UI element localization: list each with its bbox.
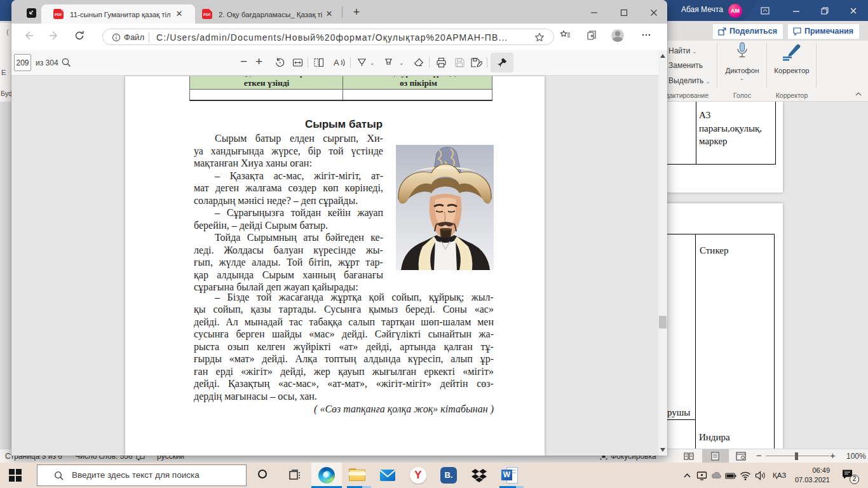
pdf-highlight-dropdown[interactable]: ⌄ <box>399 60 404 66</box>
workspaces-icon[interactable] <box>27 8 36 18</box>
word-minimize-button[interactable] <box>792 6 801 15</box>
ribbon-select[interactable]: Выделить ⌄ <box>668 76 710 85</box>
pdf-body-line: ТойдаСырымныңатыбәйгеденке- <box>194 232 383 245</box>
taskbar-search-input[interactable]: Введите здесь текст для поиска <box>37 464 247 486</box>
zoom-slider-thumb[interactable] <box>795 452 798 460</box>
pdf-body-line: мақтанған Хиуа ханы оған: <box>194 158 383 170</box>
comments-button[interactable]: Примечания <box>788 24 859 39</box>
word-avatar[interactable]: АМ <box>728 4 742 18</box>
word-cell-text[interactable]: маркер <box>699 136 728 147</box>
new-tab-button[interactable]: + <box>351 6 362 18</box>
pdf-search-icon[interactable] <box>61 57 72 68</box>
pdf-scrollbar[interactable] <box>658 50 667 456</box>
pdf-body-line: ғып,жүлдеалады.Тойбітіп,жұрттар- <box>194 257 383 269</box>
task-view-button[interactable] <box>282 463 313 488</box>
notification-badge: 2 <box>850 475 859 484</box>
zoom-in-button[interactable]: + <box>830 450 836 461</box>
pdf-erase-icon[interactable] <box>413 57 424 68</box>
taskbar-dropbox[interactable] <box>464 463 494 488</box>
web-layout-icon[interactable] <box>736 452 746 461</box>
pdf-page-input[interactable]: 209 <box>14 54 31 71</box>
tray-clock[interactable]: 06:49 07.03.2021 <box>793 466 830 485</box>
ribbon-options-icon[interactable] <box>761 6 770 15</box>
pdf-body-line: –Біздетойжасағандажұртқақойсойып,құйрық;… <box>194 292 494 304</box>
word-cell-text[interactable]: Стикер <box>700 245 728 256</box>
pdf-highlight-icon[interactable] <box>383 57 394 68</box>
edge-minimize-button[interactable] <box>588 7 600 18</box>
taskbar-yandex[interactable]: Y <box>403 463 433 488</box>
tab-close-icon[interactable]: ✕ <box>175 10 183 18</box>
pdf-story-title: Сырым батыр <box>194 118 494 131</box>
taskbar-edge[interactable] <box>311 463 342 488</box>
collapse-ribbon-icon[interactable] <box>854 90 863 98</box>
tray-language[interactable]: ҚАЗ <box>773 471 786 479</box>
taskbar-mail[interactable] <box>372 463 403 488</box>
dictate-icon[interactable] <box>735 42 749 62</box>
pdf-zoom-out-icon[interactable]: − <box>240 55 251 65</box>
editor-icon[interactable] <box>780 43 802 62</box>
pdf-save-icon[interactable] <box>454 57 465 68</box>
pdf-body-line: ғанерді«жігіт»дейді,жерқауыпжығылғанерке… <box>194 366 494 379</box>
ribbon-replace[interactable]: Заменить <box>668 61 703 70</box>
edge-close-button[interactable] <box>648 7 660 18</box>
collections-icon[interactable] <box>559 29 571 41</box>
word-restore-button[interactable] <box>820 6 829 15</box>
pdf-page-view-icon[interactable] <box>313 57 324 68</box>
edge-window: PDF 11-сынып Гуманитар қазақ тілі ✕ PDF … <box>11 0 667 456</box>
pdf-draw-icon[interactable] <box>356 57 367 68</box>
edge-maximize-button[interactable] <box>618 7 630 18</box>
word-cell-text[interactable]: парағы,оқулық, <box>699 123 762 134</box>
pdf-content-area: өлеңдегі маған әсер еткен үзінді өлең ту… <box>11 76 667 456</box>
yandex-icon: Y <box>410 467 426 484</box>
address-bar[interactable]: Файл C:/Users/admin/Documents/Новый%20фо… <box>102 29 554 45</box>
battery-icon[interactable] <box>725 470 736 481</box>
pdf-read-aloud-icon[interactable]: A <box>333 57 346 68</box>
word-close-button[interactable] <box>849 6 858 15</box>
pdf-zoom-in-icon[interactable]: + <box>255 55 266 65</box>
print-layout-icon[interactable] <box>702 449 729 463</box>
start-button[interactable] <box>0 463 31 488</box>
pdf-scrollbar-thumb[interactable] <box>659 316 667 329</box>
dictate-dropdown[interactable]: ⌄ <box>740 76 744 81</box>
word-cell-text[interactable]: Индира <box>699 432 730 443</box>
taskbar-explorer[interactable] <box>342 463 372 488</box>
settings-dots-icon[interactable] <box>641 29 652 41</box>
pdf-page: өлеңдегі маған әсер еткен үзінді өлең ту… <box>125 76 545 456</box>
share-button[interactable]: Поделиться <box>713 24 783 39</box>
pdf-draw-dropdown[interactable]: ⌄ <box>370 60 375 66</box>
tab-active[interactable]: PDF 11-сынып Гуманитар қазақ тілі ✕ <box>41 4 195 24</box>
dictate-label[interactable]: Диктофон <box>719 67 765 74</box>
tab-inactive[interactable]: PDF 2. Оқу бағдарламасы_ Қазақ тіл ✕ <box>197 4 349 24</box>
table-header: еткен үзінді <box>191 78 342 88</box>
pdf-print-icon[interactable] <box>436 57 447 68</box>
tray-expand-icon[interactable] <box>682 470 693 481</box>
status-zoom-level[interactable]: 100% <box>846 452 866 461</box>
cortana-button[interactable] <box>252 463 282 488</box>
favorites-star-icon[interactable] <box>534 32 545 43</box>
refresh-icon[interactable] <box>74 30 85 41</box>
pdf-body-line: дейді.Алмынадайтастабаққасалыптартқаншөп… <box>194 316 494 329</box>
tab-close-icon[interactable]: ✕ <box>325 10 333 18</box>
ribbon-find[interactable]: Найти ⌄ <box>668 46 696 55</box>
onedrive-icon[interactable] <box>710 470 721 481</box>
forward-icon[interactable] <box>48 30 60 41</box>
share-label: Поделиться <box>729 27 777 36</box>
editor-label[interactable]: Корректор <box>769 67 815 74</box>
taskbar-word[interactable]: W <box>494 463 525 488</box>
back-icon[interactable] <box>23 30 34 41</box>
taskbar-vk[interactable]: В. <box>433 463 464 488</box>
word-cell-text[interactable]: рушы <box>667 407 690 418</box>
tray-display-icon[interactable] <box>696 470 707 481</box>
volume-icon[interactable] <box>755 470 766 481</box>
pdf-fit-width-icon[interactable] <box>292 57 303 68</box>
info-icon[interactable] <box>112 33 121 42</box>
word-cell-text[interactable]: А3 <box>699 110 710 121</box>
copy-page-icon[interactable] <box>586 29 597 41</box>
pdf-rotate-icon[interactable] <box>275 57 285 68</box>
wifi-icon[interactable] <box>740 470 750 481</box>
read-mode-icon[interactable] <box>683 452 695 461</box>
profile-avatar[interactable] <box>611 29 624 42</box>
pdf-save-as-icon[interactable] <box>470 57 482 68</box>
pdf-pin-toolbar-button[interactable] <box>491 53 513 72</box>
zoom-out-button[interactable]: − <box>756 450 762 461</box>
